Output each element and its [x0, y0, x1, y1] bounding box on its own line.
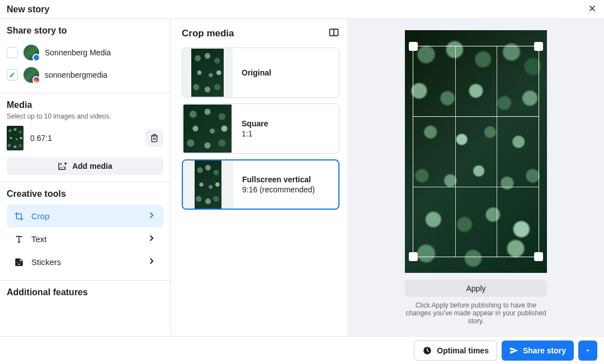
- additional-heading: Additional features: [7, 287, 163, 297]
- optimal-times-label: Optimal times: [437, 346, 489, 355]
- share-section: Share story to Sonnenberg Media sonnenbe…: [0, 19, 170, 93]
- clock-icon: [422, 346, 432, 356]
- crop-option-original[interactable]: Original: [182, 48, 339, 98]
- facebook-badge-icon: [32, 54, 40, 62]
- instagram-badge-icon: [32, 76, 40, 84]
- add-media-label: Add media: [72, 162, 112, 171]
- avatar: [23, 67, 39, 83]
- crop-thumb: [183, 105, 232, 153]
- main-content: Share story to Sonnenberg Media sonnenbe…: [0, 19, 604, 336]
- optimal-times-button[interactable]: Optimal times: [414, 341, 497, 361]
- chevron-right-icon: [147, 233, 157, 245]
- sticker-icon: [13, 257, 25, 267]
- delete-media-button[interactable]: [145, 129, 163, 147]
- account-row-fb[interactable]: Sonnenberg Media: [7, 41, 163, 64]
- tool-label: Stickers: [31, 257, 140, 267]
- text-icon: [13, 234, 25, 244]
- account-name: Sonnenberg Media: [45, 48, 111, 57]
- crop-panel: Crop media Original Square 1:1 Fullscree…: [171, 19, 348, 336]
- media-heading: Media: [7, 100, 163, 110]
- dialog-title: New story: [7, 4, 49, 15]
- preview-panel: Apply Click Apply before publishing to h…: [348, 19, 604, 336]
- close-button[interactable]: [587, 3, 597, 15]
- crop-handle-tr[interactable]: [534, 42, 543, 51]
- crop-thumb: [195, 160, 221, 209]
- apply-label: Apply: [466, 284, 485, 293]
- crop-option-title: Fullscreen vertical: [242, 175, 315, 184]
- account-name: sonnenbergmedia: [45, 70, 107, 79]
- crop-option-square[interactable]: Square 1:1: [182, 103, 339, 154]
- account-row-ig[interactable]: sonnenbergmedia: [7, 64, 163, 86]
- tool-stickers[interactable]: Stickers: [7, 250, 163, 273]
- dialog-header: New story: [0, 0, 604, 19]
- media-hint: Select up to 10 images and videos.: [7, 112, 163, 120]
- crop-thumb: [191, 49, 224, 97]
- crop-heading: Crop media: [182, 28, 234, 39]
- crop-handle-bl[interactable]: [409, 252, 418, 261]
- aspect-toggle-button[interactable]: [328, 27, 339, 40]
- chevron-down-icon: [584, 347, 592, 354]
- tools-section: Creative tools Crop Text Stickers: [0, 182, 170, 281]
- tool-text[interactable]: Text: [7, 228, 163, 250]
- crop-option-fullscreen-vertical[interactable]: Fullscreen vertical 9:16 (recommended): [182, 159, 339, 210]
- dialog-footer: Optimal times Share story: [0, 336, 604, 364]
- add-media-button[interactable]: Add media: [7, 157, 163, 175]
- crop-option-sub: 1:1: [242, 129, 268, 138]
- additional-section: Additional features: [0, 281, 170, 310]
- crop-handle-br[interactable]: [534, 252, 543, 261]
- tool-crop[interactable]: Crop: [7, 205, 163, 228]
- crop-icon: [13, 211, 25, 221]
- chevron-right-icon: [147, 210, 157, 222]
- close-icon: [587, 3, 597, 13]
- aspect-icon: [328, 27, 339, 38]
- crop-option-title: Original: [242, 68, 271, 77]
- share-story-label: Share story: [523, 346, 566, 355]
- tool-label: Text: [31, 234, 140, 244]
- send-icon: [509, 346, 518, 355]
- chevron-right-icon: [147, 256, 157, 268]
- image-plus-icon: [58, 161, 68, 171]
- tool-label: Crop: [31, 211, 140, 221]
- crop-option-sub: 9:16 (recommended): [242, 185, 315, 194]
- account-checkbox[interactable]: [7, 47, 18, 58]
- share-heading: Share story to: [7, 26, 163, 36]
- trash-icon: [150, 134, 159, 143]
- media-item[interactable]: 0.67:1: [7, 126, 163, 150]
- crop-handle-tl[interactable]: [409, 42, 418, 51]
- avatar: [23, 45, 39, 60]
- apply-note: Click Apply before publishing to have th…: [403, 301, 549, 325]
- share-more-button[interactable]: [578, 341, 597, 361]
- media-ratio: 0.67:1: [30, 134, 139, 143]
- media-thumbnail[interactable]: [7, 126, 23, 150]
- preview-canvas[interactable]: [405, 30, 547, 273]
- share-story-button[interactable]: Share story: [502, 341, 574, 361]
- crop-option-title: Square: [242, 119, 268, 128]
- crop-frame[interactable]: [413, 46, 539, 257]
- tools-heading: Creative tools: [7, 189, 163, 199]
- apply-button[interactable]: Apply: [405, 280, 547, 297]
- account-checkbox[interactable]: [7, 69, 18, 81]
- left-sidebar[interactable]: Share story to Sonnenberg Media sonnenbe…: [0, 19, 171, 336]
- media-section: Media Select up to 10 images and videos.…: [0, 93, 170, 182]
